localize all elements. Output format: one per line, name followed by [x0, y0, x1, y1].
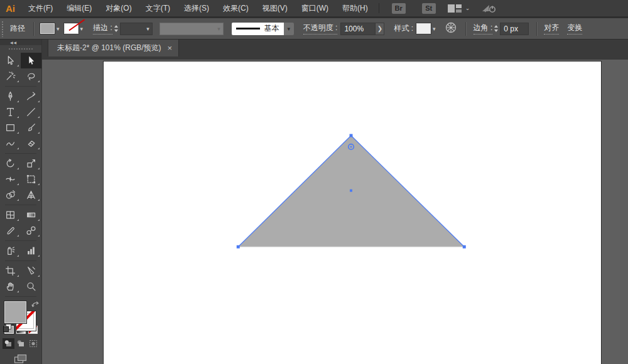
direct-selection-tool[interactable]	[21, 53, 41, 68]
default-fill-stroke-icon[interactable]	[3, 324, 11, 332]
corner-input[interactable]: 0 px	[500, 23, 529, 35]
selection-type-label: 路径	[10, 23, 25, 34]
curvature-tool[interactable]	[21, 88, 41, 104]
style-swatch	[416, 23, 431, 34]
tools-panel-header[interactable]: ◀◀	[0, 40, 41, 45]
collapse-panel-icon[interactable]: ◀◀	[10, 40, 17, 45]
stroke-style-dropdown[interactable]: 基本 ▾	[232, 23, 294, 35]
rotate-tool[interactable]	[0, 156, 21, 171]
document-tab-title: 未标题-2* @ 101% (RGB/预览)	[57, 43, 161, 53]
menu-file[interactable]: 文件(F)	[21, 0, 60, 16]
tools-panel-grip[interactable]	[0, 45, 41, 52]
document-area: 未标题-2* @ 101% (RGB/预览) ×	[42, 40, 628, 364]
swap-fill-stroke-icon[interactable]	[31, 301, 40, 311]
gradient-tool[interactable]	[21, 207, 41, 223]
bridge-button[interactable]: Br	[392, 3, 406, 14]
chevron-down-icon: ▾	[80, 26, 84, 32]
draw-mode-row	[0, 338, 41, 349]
close-tab-icon[interactable]: ×	[168, 44, 173, 52]
selected-triangle-shape[interactable]	[104, 62, 601, 364]
pen-tool[interactable]	[0, 88, 21, 104]
opacity-more-button[interactable]: ❯	[376, 23, 384, 35]
stroke-style-preview: 基本	[232, 23, 284, 35]
stroke-weight-stepper[interactable]	[114, 25, 118, 32]
slice-tool[interactable]	[21, 263, 41, 279]
tools-panel: ◀◀	[0, 40, 42, 364]
free-transform-tool[interactable]	[21, 171, 41, 187]
align-button[interactable]: 对齐	[544, 23, 559, 35]
stroke-weight-input[interactable]: ▾	[120, 23, 153, 35]
width-tool[interactable]	[0, 171, 21, 187]
draw-inside-button[interactable]	[28, 338, 40, 349]
lasso-tool[interactable]	[21, 68, 41, 84]
menu-window[interactable]: 窗口(W)	[295, 0, 335, 16]
eyedropper-tool[interactable]	[0, 223, 21, 238]
opacity-value: 100%	[344, 24, 364, 33]
chevron-down-icon: ▾	[57, 26, 60, 32]
menu-type[interactable]: 文字(T)	[139, 0, 177, 16]
tab-bar: 未标题-2* @ 101% (RGB/预览) ×	[42, 40, 628, 60]
symbol-sprayer-tool[interactable]	[0, 243, 21, 259]
canvas[interactable]	[42, 60, 628, 364]
menu-edit[interactable]: 编辑(E)	[60, 0, 99, 16]
draw-normal-button[interactable]	[3, 338, 14, 349]
stock-button[interactable]: St	[422, 3, 436, 14]
magic-wand-tool[interactable]	[0, 68, 21, 84]
toolbar-divider	[0, 238, 41, 243]
control-bar: 路径 ▾ ▾ 描边 : ▾ ▾ 基本 ▾ 不透明度 :	[0, 18, 628, 40]
tool-grid	[0, 53, 41, 299]
zoom-tool[interactable]	[21, 279, 41, 294]
fill-proxy-swatch[interactable]	[4, 301, 26, 323]
center-point[interactable]	[350, 190, 352, 192]
stroke-weight-label[interactable]: 描边 :	[93, 23, 112, 35]
chevron-down-icon: ▾	[217, 26, 220, 32]
line-segment-tool[interactable]	[21, 104, 41, 120]
selection-tool[interactable]	[0, 53, 21, 68]
fill-color-swatch	[40, 23, 55, 34]
opacity-label[interactable]: 不透明度 :	[303, 23, 338, 35]
menu-select[interactable]: 选择(S)	[177, 0, 216, 16]
menu-effect[interactable]: 效果(C)	[216, 0, 256, 16]
opacity-input[interactable]: 100%	[340, 23, 376, 35]
eraser-tool[interactable]	[21, 136, 41, 151]
chevron-down-icon: ▾	[287, 26, 290, 32]
cs-live-button[interactable]	[481, 3, 497, 14]
menu-view[interactable]: 视图(V)	[256, 0, 295, 16]
document-tab[interactable]: 未标题-2* @ 101% (RGB/预览) ×	[48, 40, 179, 56]
rectangle-tool[interactable]	[0, 120, 21, 136]
screen-mode-button[interactable]	[0, 354, 41, 364]
hand-tool[interactable]	[0, 279, 21, 294]
menu-help[interactable]: 帮助(H)	[335, 0, 375, 16]
artboard-tool[interactable]	[0, 263, 21, 279]
recolor-artwork-button[interactable]	[445, 21, 457, 36]
corner-value: 0 px	[504, 24, 518, 33]
mesh-tool[interactable]	[0, 207, 21, 223]
draw-behind-button[interactable]	[15, 338, 27, 349]
toolbar-divider	[0, 294, 41, 299]
perspective-grid-tool[interactable]	[21, 187, 41, 203]
anchor-point[interactable]	[463, 245, 466, 249]
transform-button[interactable]: 变换	[567, 23, 582, 35]
stroke-color-dropdown[interactable]: ▾	[64, 23, 84, 34]
workspace: ◀◀	[0, 40, 628, 364]
corner-label[interactable]: 边角 :	[474, 23, 493, 35]
style-dropdown[interactable]: ▾	[416, 23, 436, 34]
ai-logo: Ai	[0, 3, 21, 14]
shape-builder-tool[interactable]	[0, 187, 21, 203]
workspace-switcher[interactable]: ⌄	[447, 4, 470, 13]
anchor-point[interactable]	[237, 245, 240, 249]
blend-tool[interactable]	[21, 223, 41, 238]
paintbrush-tool[interactable]	[21, 120, 41, 136]
stroke-line-sample	[236, 28, 260, 29]
corner-stepper[interactable]	[494, 25, 498, 32]
control-bar-grip[interactable]	[1, 21, 4, 37]
stroke-style-chevron[interactable]: ▾	[284, 23, 294, 35]
shaper-tool[interactable]	[0, 136, 21, 151]
scale-tool[interactable]	[21, 156, 41, 171]
fill-color-dropdown[interactable]: ▾	[40, 23, 60, 34]
artboard[interactable]	[103, 61, 602, 364]
column-graph-tool[interactable]	[21, 243, 41, 259]
menu-object[interactable]: 对象(O)	[99, 0, 138, 16]
anchor-point[interactable]	[350, 134, 353, 137]
type-tool[interactable]	[0, 104, 21, 120]
